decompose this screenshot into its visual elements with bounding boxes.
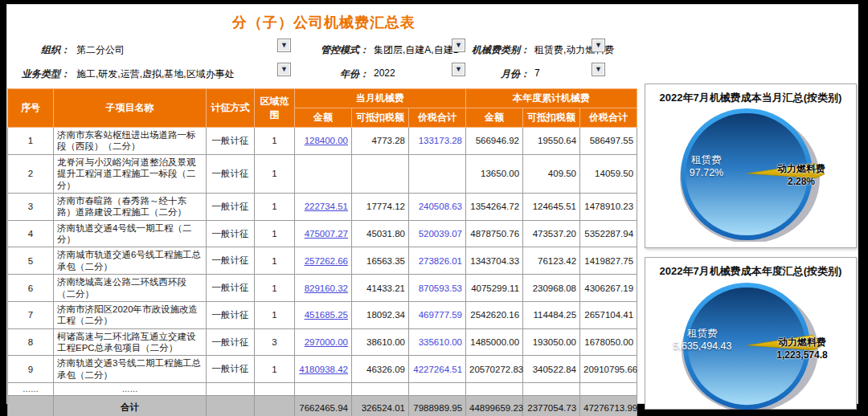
row-seq: 4 (8, 220, 54, 247)
year-filter-label: 年份： (311, 67, 369, 81)
row-method: 一般计征 (207, 247, 255, 275)
month-amount-link (295, 154, 352, 193)
row-region: 1 (255, 128, 295, 155)
month-deductible (352, 154, 409, 193)
row-seq: 1 (8, 128, 54, 155)
month-deductible: 46326.09 (352, 356, 409, 383)
business-type-dropdown-icon[interactable]: ▼ (277, 63, 291, 76)
month-deductible: 16563.35 (352, 247, 409, 275)
month-amount-link[interactable]: 451685.25 (295, 301, 352, 328)
total-row: 合计 7662465.94 326524.01 7988989.95 44899… (8, 396, 637, 416)
control-mode-filter-label: 管控模式： (311, 43, 369, 57)
year-filter-value: 2022 (374, 67, 395, 79)
annual-pie-panel: 2022年7月机械费成本年度汇总(按类别) 租赁费 5,635,494.43 动… (645, 257, 857, 410)
year-amount: 4878750.76 (466, 220, 523, 247)
ellipsis-name: …… (54, 383, 207, 396)
year-total: 586497.55 (580, 128, 637, 155)
month-dropdown-icon[interactable]: ▼ (592, 63, 605, 76)
month-amount-link[interactable]: 128400.00 (295, 128, 352, 155)
row-method: 一般计征 (207, 275, 255, 302)
month-amount-link[interactable]: 829160.32 (295, 275, 352, 302)
year-total: 5352287.94 (580, 220, 637, 247)
month-deductible: 18092.34 (352, 301, 409, 328)
row-region: 1 (255, 275, 295, 302)
month-deductible: 41433.21 (352, 275, 409, 302)
month-total: 4227264.51 (409, 356, 466, 383)
col-group-year: 本年度累计机械费 (466, 89, 637, 108)
month-total: 469777.59 (409, 301, 466, 328)
org-dropdown-icon[interactable]: ▼ (277, 39, 291, 52)
month-total: 335610.00 (409, 328, 466, 356)
month-total: 870593.53 (409, 275, 466, 302)
month-amount-link[interactable]: 297000.00 (295, 328, 352, 356)
year-deductible: 193050.00 (523, 328, 580, 356)
business-type-filter-value: 施工,研发,运营,虚拟,基地,区域办事处 (76, 67, 235, 81)
table-row: 3 济南市春暄路（春秀路～经十东路）道路建设工程施工（二分） 一般计征 1 22… (8, 193, 637, 220)
chart-column: 2022年7月机械费成本当月汇总(按类别) 租赁费 97.72% 动力燃料费 2… (645, 84, 857, 416)
year-deductible: 340522.84 (523, 356, 580, 383)
row-method: 一般计征 (207, 220, 255, 247)
year-amount: 1485000.00 (466, 328, 523, 356)
col-header-year-total: 价税合计 (580, 108, 637, 128)
col-header-month-deductible: 可抵扣税额 (352, 108, 409, 128)
row-region: 3 (255, 328, 295, 356)
year-amount: 566946.92 (466, 128, 523, 155)
year-amount: 1343704.33 (466, 247, 523, 275)
row-project-name: 济南城市轨道交通6号线工程施工总承包（二分） (54, 247, 207, 275)
year-amount: 20570272.83 (466, 356, 523, 383)
total-year-deductible: 2377054.73 (523, 396, 580, 416)
month-amount-link[interactable]: 222734.51 (295, 193, 352, 220)
col-header-month-total: 价税合计 (409, 108, 466, 128)
year-total: 1419827.75 (580, 247, 637, 275)
total-label: 合计 (54, 396, 207, 416)
month-amount-link[interactable]: 257262.66 (295, 247, 352, 275)
year-amount: 1354264.72 (466, 193, 523, 220)
fuel-slice-label: 动力燃料费 1,223,574.8 (755, 336, 849, 361)
monthly-pie-panel: 2022年7月机械费成本当月汇总(按类别) 租赁费 97.72% 动力燃料费 2… (645, 84, 857, 248)
row-region: 1 (255, 193, 295, 220)
total-year-amount: 44899659.23 (466, 396, 523, 416)
page-title: 分（子）公司机械费汇总表 (7, 13, 641, 32)
fee-category-dropdown-icon[interactable]: ▼ (592, 39, 605, 52)
month-filter-label: 月份： (462, 67, 530, 81)
table-row: 5 济南城市轨道交通6号线工程施工总承包（二分） 一般计征 1 257262.6… (8, 247, 637, 275)
machinery-cost-table: 序号 子项目名称 计征方式 区域范围 当月机械费 本年度累计机械费 金额 可抵扣… (7, 88, 637, 416)
col-header-method: 计征方式 (207, 89, 255, 128)
filter-bar: 组织： 第二分公司 ▼ 管控模式： 集团层,自建A,自建B ▼ 机械费类别： 租… (7, 40, 641, 87)
report-page: 分（子）公司机械费汇总表 组织： 第二分公司 ▼ 管控模式： 集团层,自建A,自… (6, 4, 858, 404)
row-method: 一般计征 (207, 301, 255, 328)
col-header-year-amount: 金额 (466, 108, 523, 128)
row-method: 一般计征 (207, 154, 255, 193)
col-header-region: 区域范围 (255, 89, 295, 128)
table-row: 1 济南市东客站枢纽进出场道路一标段（西段）（二分） 一般计征 1 128400… (8, 128, 637, 155)
year-amount: 4075299.11 (466, 275, 523, 302)
year-deductible: 76123.42 (523, 247, 580, 275)
year-deductible: 409.50 (523, 154, 580, 193)
month-amount-link[interactable]: 475007.27 (295, 220, 352, 247)
control-mode-filter-value: 集团层,自建A,自建B (374, 43, 460, 57)
total-month-deductible: 326524.01 (352, 396, 409, 416)
year-deductible: 114484.25 (523, 301, 580, 328)
col-group-month: 当月机械费 (295, 89, 466, 108)
row-project-name: 济南市春暄路（春秀路～经十东路）道路建设工程施工（二分） (54, 193, 207, 220)
row-region: 1 (255, 154, 295, 193)
row-region: 1 (255, 220, 295, 247)
table-row: 8 柯诸高速与二环北路互通立交建设工程EPC总承包项目（二分） 一般计征 3 2… (8, 328, 637, 356)
month-deductible: 45031.80 (352, 220, 409, 247)
table-row: 4 济南轨道交通4号线一期工程（二分） 一般计征 1 475007.27 450… (8, 220, 637, 247)
month-amount-link[interactable]: 4180938.42 (295, 356, 352, 383)
month-deductible: 4773.28 (352, 128, 409, 155)
row-project-name: 济南轨道交通3号线二期工程施工总承包（二分） (54, 356, 207, 383)
month-deductible: 17774.12 (352, 193, 409, 220)
total-month-amount: 7662465.94 (295, 396, 352, 416)
total-year-total: 47276713.99 (580, 396, 637, 416)
year-total: 2657104.41 (580, 301, 637, 328)
ellipsis-seq: …… (8, 383, 54, 396)
rental-slice-label: 租赁费 97.72% (672, 153, 741, 180)
business-type-filter-label: 业务类型： (15, 67, 70, 81)
row-region: 1 (255, 356, 295, 383)
month-total: 520039.07 (409, 220, 466, 247)
row-seq: 3 (8, 193, 54, 220)
month-total (409, 154, 466, 193)
month-total: 133173.28 (409, 128, 466, 155)
